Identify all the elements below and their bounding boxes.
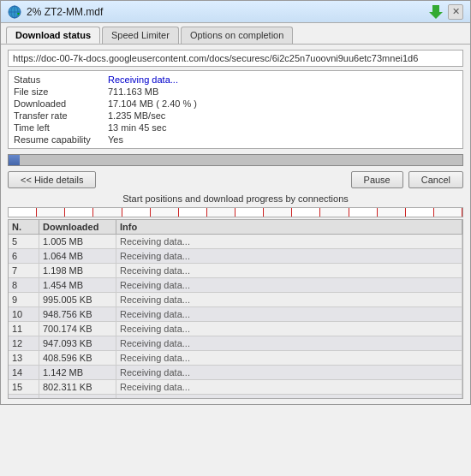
- action-buttons: << Hide details Pause Cancel: [8, 171, 463, 188]
- url-display: https://doc-00-7k-docs.googleusercontent…: [8, 50, 463, 67]
- connections-label: Start positions and download progress by…: [8, 193, 463, 204]
- table-row: 15 802.311 KB Receiving data...: [9, 380, 462, 395]
- td-n: 5: [9, 235, 39, 248]
- status-label: Status: [14, 74, 108, 85]
- transfer-rate-value: 1.235 MB/sec: [108, 110, 457, 121]
- window-title: 2% ZT2-MM.mdf: [27, 6, 103, 18]
- main-window: 2% ZT2-MM.mdf ✕ Download status Speed Li…: [0, 0, 471, 405]
- title-right: ✕: [427, 4, 463, 20]
- td-downloaded: 1.198 MB: [39, 264, 116, 277]
- tabs-bar: Download status Speed Limiter Options on…: [1, 23, 470, 45]
- table-row: 14 1.142 MB Receiving data...: [9, 366, 462, 380]
- td-downloaded: 1.005 MB: [39, 235, 116, 248]
- col-n: N.: [9, 220, 39, 234]
- table-row: 6 1.064 MB Receiving data...: [9, 249, 462, 264]
- td-downloaded: 995.005 KB: [39, 293, 116, 306]
- td-n: 14: [9, 366, 39, 379]
- td-info: Receiving data...: [116, 278, 462, 292]
- tab-content: https://doc-00-7k-docs.googleusercontent…: [1, 45, 470, 404]
- connections-table[interactable]: N. Downloaded Info 5 1.005 MB Receiving …: [8, 219, 463, 399]
- td-info: Receiving data...: [116, 336, 462, 350]
- table-header: N. Downloaded Info: [9, 220, 462, 235]
- td-n: 9: [9, 293, 39, 306]
- table-body: 5 1.005 MB Receiving data... 6 1.064 MB …: [9, 235, 462, 399]
- progress-bar-fill: [9, 155, 20, 165]
- td-n: 13: [9, 351, 39, 365]
- td-n: 8: [9, 278, 39, 292]
- td-downloaded: 1.064 MB: [39, 249, 116, 263]
- td-info: Receiving data...: [116, 307, 462, 321]
- td-info: Receiving data...: [116, 264, 462, 277]
- col-downloaded: Downloaded: [39, 220, 116, 234]
- hide-details-button[interactable]: << Hide details: [8, 171, 96, 188]
- tab-options-completion[interactable]: Options on completion: [181, 27, 293, 44]
- table-row: 8 1.454 MB Receiving data...: [9, 278, 462, 293]
- table-row: 9 995.005 KB Receiving data...: [9, 293, 462, 307]
- resume-value: Yes: [108, 134, 457, 145]
- td-downloaded: 947.093 KB: [39, 336, 116, 350]
- table-row: 7 1.198 MB Receiving data...: [9, 264, 462, 278]
- time-left-value: 13 min 45 sec: [108, 122, 457, 133]
- td-downloaded: 1.454 MB: [39, 278, 116, 292]
- cancel-button[interactable]: Cancel: [408, 171, 463, 188]
- app-icon: [8, 5, 21, 19]
- td-info: Receiving data...: [116, 366, 462, 379]
- td-downloaded: 408.596 KB: [39, 351, 116, 365]
- downloaded-label: Downloaded: [14, 98, 108, 109]
- downloaded-value: 17.104 MB ( 2.40 % ): [108, 98, 457, 109]
- td-info: Receiving data...: [116, 351, 462, 365]
- td-info: Receiving data...: [116, 293, 462, 306]
- td-n: 6: [9, 249, 39, 263]
- td-downloaded: 948.756 KB: [39, 307, 116, 321]
- close-button[interactable]: ✕: [448, 4, 463, 20]
- info-panel: Status Receiving data... File size 711.1…: [8, 70, 463, 149]
- td-n: 10: [9, 307, 39, 321]
- status-value: Receiving data...: [108, 74, 457, 85]
- overall-progress-bar: [8, 154, 463, 166]
- file-size-value: 711.163 MB: [108, 86, 457, 97]
- table-row: 11 700.174 KB Receiving data...: [9, 322, 462, 336]
- td-info: Receiving data...: [116, 380, 462, 394]
- td-info: Receiving data...: [116, 235, 462, 248]
- title-bar-left: 2% ZT2-MM.mdf: [8, 5, 103, 19]
- transfer-rate-label: Transfer rate: [14, 110, 108, 121]
- table-row: 10 948.756 KB Receiving data...: [9, 307, 462, 322]
- resume-label: Resume capability: [14, 134, 108, 145]
- download-arrow-icon: [427, 5, 444, 19]
- td-n: 15: [9, 380, 39, 394]
- td-downloaded: 616.684 KB: [39, 395, 116, 399]
- time-left-label: Time left: [14, 122, 108, 133]
- tab-download-status[interactable]: Download status: [6, 27, 100, 44]
- tab-speed-limiter[interactable]: Speed Limiter: [102, 27, 179, 44]
- svg-marker-5: [429, 5, 443, 19]
- segments-bar: [8, 207, 463, 217]
- td-n: 7: [9, 264, 39, 277]
- td-n: 11: [9, 322, 39, 336]
- td-downloaded: 1.142 MB: [39, 366, 116, 379]
- table-row: 12 947.093 KB Receiving data...: [9, 336, 462, 351]
- td-downloaded: 802.311 KB: [39, 380, 116, 394]
- td-n: 12: [9, 336, 39, 350]
- td-downloaded: 700.174 KB: [39, 322, 116, 336]
- table-row: 5 1.005 MB Receiving data...: [9, 235, 462, 249]
- table-row: 13 408.596 KB Receiving data...: [9, 351, 462, 366]
- td-info: Receiving data...: [116, 322, 462, 336]
- pause-button[interactable]: Pause: [351, 171, 403, 188]
- title-bar: 2% ZT2-MM.mdf ✕: [1, 1, 470, 23]
- table-row: 16 616.684 KB Receiving data...: [9, 395, 462, 399]
- file-size-label: File size: [14, 86, 108, 97]
- col-info: Info: [116, 220, 462, 234]
- td-info: Receiving data...: [116, 395, 462, 399]
- td-n: 16: [9, 395, 39, 399]
- td-info: Receiving data...: [116, 249, 462, 263]
